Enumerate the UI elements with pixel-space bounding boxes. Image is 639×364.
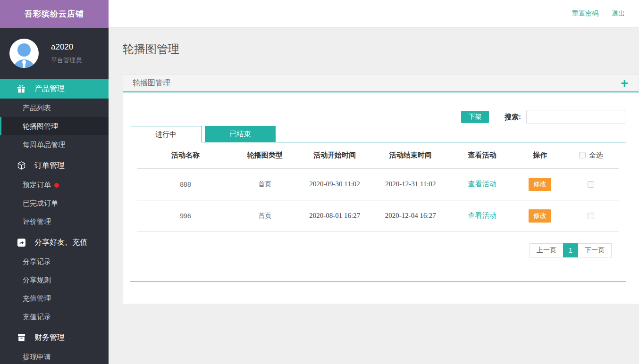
user-avatar-icon	[9, 39, 39, 68]
gift-icon	[17, 85, 25, 93]
sidebar-item-share-records[interactable]: 分享记录	[0, 252, 109, 271]
col-select-all: 全选	[563, 142, 619, 168]
cube-icon	[17, 161, 25, 170]
view-activity-link[interactable]: 查看活动	[468, 180, 496, 188]
select-all-checkbox[interactable]	[579, 152, 586, 158]
edit-button[interactable]: 修改	[529, 209, 551, 223]
cell-start-time: 2020-08-01 16:27	[296, 200, 373, 232]
panel-body: 下架 搜索: 进行中 已结束 活动名称 轮播图类型 活动开始时间 活动结束时	[123, 92, 639, 304]
current-page-button[interactable]: 1	[563, 243, 578, 257]
col-banner-type: 轮播图类型	[234, 142, 296, 168]
sidebar-item-weekly-item[interactable]: 每周单品管理	[0, 135, 109, 154]
user-name: a2020	[51, 42, 82, 52]
offline-button[interactable]: 下架	[461, 111, 489, 123]
prev-page-button[interactable]: 上一页	[530, 243, 563, 257]
sidebar-item-review-management[interactable]: 评价管理	[0, 212, 109, 231]
col-start-time: 活动开始时间	[296, 142, 373, 168]
sidebar-section-product[interactable]: 产品管理	[0, 79, 109, 99]
app-logo: 吾彩缤纷云店铺	[0, 0, 109, 28]
pagination: 上一页 1 下一页	[530, 243, 612, 257]
sidebar-section-label: 财务管理	[34, 333, 65, 343]
table-row: 996 首页 2020-08-01 16:27 2020-12-04 16:27…	[137, 200, 619, 232]
table-header-row: 活动名称 轮播图类型 活动开始时间 活动结束时间 查看活动 操作 全选	[137, 142, 619, 168]
sidebar-menu: 产品管理 产品列表 轮播图管理 每周单品管理 订单管理 预定订单 已完成订单 评…	[0, 79, 109, 364]
col-activity-name: 活动名称	[137, 142, 234, 168]
banner-table-container: 活动名称 轮播图类型 活动开始时间 活动结束时间 查看活动 操作 全选 888 …	[130, 142, 626, 282]
user-profile: a2020 平台管理员	[0, 28, 109, 79]
table-row: 888 首页 2020-09-30 11:02 2020-12-31 11:02…	[137, 168, 619, 200]
reset-password-link[interactable]: 重置密码	[572, 9, 598, 18]
notification-dot	[54, 183, 59, 188]
add-banner-button[interactable]: +	[621, 76, 628, 91]
search-label: 搜索:	[504, 113, 521, 122]
sidebar-item-reserved-orders[interactable]: 预定订单	[0, 175, 109, 194]
col-actions: 操作	[517, 142, 563, 168]
sidebar-item-recharge-management[interactable]: 充值管理	[0, 289, 109, 307]
sidebar-item-withdrawal-request[interactable]: 提现申请	[0, 347, 109, 364]
banner-table: 活动名称 轮播图类型 活动开始时间 活动结束时间 查看活动 操作 全选 888 …	[137, 142, 619, 232]
sidebar-item-share-rules[interactable]: 分享规则	[0, 271, 109, 289]
controls-row: 下架 搜索:	[461, 110, 625, 124]
row-checkbox[interactable]	[588, 213, 594, 219]
page-title: 轮播图管理	[123, 41, 179, 57]
col-view-activity: 查看活动	[448, 142, 517, 168]
panel-title: 轮播图管理	[133, 78, 170, 88]
view-activity-link[interactable]: 查看活动	[468, 211, 496, 219]
edit-button[interactable]: 修改	[529, 178, 551, 191]
sidebar-section-label: 分享好友、充值	[34, 238, 87, 248]
sidebar: a2020 平台管理员 产品管理 产品列表 轮播图管理 每周单品管理 订单管理 …	[0, 28, 109, 364]
sidebar-item-product-list[interactable]: 产品列表	[0, 99, 109, 117]
sidebar-section-label: 产品管理	[34, 84, 65, 94]
logout-link[interactable]: 退出	[612, 9, 625, 18]
topbar: 重置密码 退出	[109, 0, 639, 28]
search-input[interactable]	[526, 110, 625, 124]
sidebar-section-share-recharge[interactable]: 分享好友、充值	[0, 232, 109, 252]
share-icon	[17, 239, 25, 247]
panel-header: 轮播图管理 +	[123, 74, 639, 92]
next-page-button[interactable]: 下一页	[578, 243, 612, 257]
archive-icon	[17, 334, 25, 341]
row-checkbox[interactable]	[588, 181, 594, 188]
user-role: 平台管理员	[51, 56, 82, 65]
sidebar-item-completed-orders[interactable]: 已完成订单	[0, 194, 109, 212]
tabs: 进行中 已结束	[130, 126, 276, 142]
cell-banner-type: 首页	[234, 168, 296, 200]
cell-banner-type: 首页	[234, 200, 296, 232]
cell-activity-name: 888	[137, 168, 234, 200]
sidebar-section-finance[interactable]: 财务管理	[0, 328, 109, 347]
banner-panel: 轮播图管理 + 下架 搜索: 进行中 已结束 活动名称 轮播图类型	[123, 74, 639, 304]
cell-activity-name: 996	[137, 200, 234, 232]
sidebar-section-label: 订单管理	[34, 161, 65, 171]
tab-ongoing[interactable]: 进行中	[130, 126, 202, 142]
cell-end-time: 2020-12-31 11:02	[373, 168, 448, 200]
sidebar-item-recharge-records[interactable]: 充值记录	[0, 307, 109, 326]
cell-end-time: 2020-12-04 16:27	[373, 200, 448, 232]
col-end-time: 活动结束时间	[373, 142, 448, 168]
cell-start-time: 2020-09-30 11:02	[296, 168, 373, 200]
sidebar-section-orders[interactable]: 订单管理	[0, 156, 109, 175]
tab-ended[interactable]: 已结束	[205, 126, 276, 142]
sidebar-item-banner-management[interactable]: 轮播图管理	[0, 117, 109, 135]
